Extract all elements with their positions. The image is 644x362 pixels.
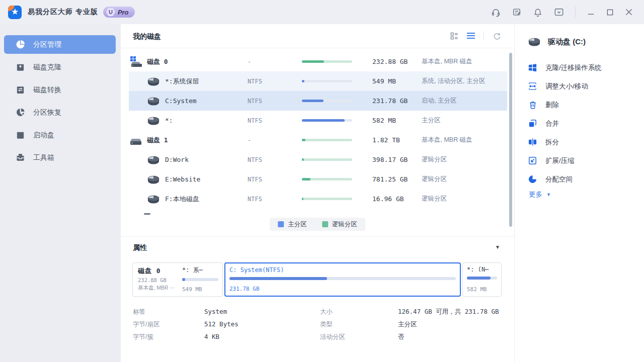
row-type: 主分区: [422, 111, 441, 130]
legend-swatch: [322, 221, 328, 227]
feedback-icon[interactable]: [512, 7, 522, 17]
fields-right-column: 大小126.47 GB 可用，共 231.78 GB类型主分区活动分区否: [320, 306, 507, 343]
op-item-6[interactable]: 分配空间: [528, 174, 573, 184]
dropdown-icon[interactable]: [554, 7, 564, 17]
op-item-label: 拆分: [545, 138, 559, 147]
op-item-0[interactable]: 克隆/迁移操作系统: [528, 63, 602, 72]
sidebar-item-label: 分区管理: [33, 40, 61, 49]
op-item-5[interactable]: 扩展/压缩: [528, 156, 575, 165]
refresh-icon[interactable]: [492, 31, 501, 40]
diskmap-block-0[interactable]: *: 系⋯549 MB: [178, 263, 222, 296]
left-sidebar: 分区管理磁盘克隆磁盘转换分区恢复启动盘工具箱: [0, 24, 121, 362]
op-item-4[interactable]: 拆分: [528, 137, 559, 147]
row-size: 231.78 GB: [372, 91, 408, 111]
disk-icon: [130, 135, 142, 146]
diskmap-disk-info[interactable]: 磁盘 0232.88 GB基本盘, MBR ⋯: [133, 263, 178, 296]
main-panel: 我的磁盘 磁盘 0-232.88 GB基本盘, MBR 磁盘*:系统保留NTFS…: [121, 24, 514, 362]
diskmap-block-1[interactable]: C: System(NTFS)231.78 GB: [224, 262, 461, 297]
block-size: 549 MB: [182, 286, 202, 293]
row-size: 398.17 GB: [372, 150, 408, 169]
field-value: 512 Bytes: [204, 320, 238, 328]
toolbox-icon: [15, 153, 25, 163]
collapse-arrow-icon[interactable]: ▼: [495, 244, 500, 250]
op-item-label: 合并: [545, 119, 559, 128]
block-size: 231.78 GB: [229, 286, 260, 292]
block-label: *: (N⋯: [467, 266, 497, 273]
maximize-button[interactable]: [606, 8, 614, 16]
row-type: 基本盘, MBR 磁盘: [422, 52, 472, 71]
allocate-space-icon: [528, 174, 537, 184]
row-name: E:Website: [165, 175, 200, 183]
disk-map: 磁盘 0232.88 GB基本盘, MBR ⋯*: 系⋯549 MBC: Sys…: [132, 262, 502, 297]
bell-icon[interactable]: [533, 7, 543, 17]
sidebar-item-5[interactable]: 工具箱: [4, 148, 116, 167]
usage-bar: [302, 178, 352, 180]
sidebar-item-4[interactable]: 启动盘: [4, 126, 116, 144]
table-row-*:[interactable]: *:NTFS582 MB主分区: [129, 111, 507, 130]
properties-divider: [121, 236, 514, 237]
row-name: *:系统保留: [165, 77, 199, 86]
disk-convert-icon: [15, 85, 25, 95]
windows-logo-icon: [528, 63, 537, 72]
sidebar-item-3[interactable]: 分区恢复: [4, 103, 116, 122]
legend-label: 主分区: [288, 220, 307, 229]
table-row-*:系统保留[interactable]: *:系统保留NTFS549 MB系统, 活动分区, 主分区: [129, 71, 507, 91]
table-row-E:Website[interactable]: E:WebsiteNTFS781.25 GB逻辑分区: [129, 169, 507, 189]
op-item-label: 删除: [545, 101, 559, 110]
extend-shrink-icon: [528, 156, 537, 165]
minimize-button[interactable]: [587, 8, 595, 16]
sidebar-item-0[interactable]: 分区管理: [4, 35, 116, 54]
legend-label: 逻辑分区: [332, 220, 357, 229]
sidebar-item-label: 工具箱: [33, 153, 54, 162]
usage-bar: [302, 119, 352, 122]
row-type: 基本盘, MBR 磁盘: [422, 130, 472, 150]
more-button[interactable]: 更多▼: [529, 190, 551, 199]
op-item-2[interactable]: 删除: [528, 100, 559, 110]
row-size: 1.82 TB: [372, 130, 400, 150]
property-field: 类型主分区: [320, 318, 507, 331]
row-type: 系统, 活动分区, 主分区: [422, 71, 485, 91]
list-view-icon[interactable]: [466, 31, 475, 40]
vertical-scrollbar[interactable]: [509, 53, 512, 227]
row-filesystem: NTFS: [248, 71, 262, 91]
row-name: 磁盘 1: [147, 136, 168, 145]
table-row-C:System[interactable]: C:SystemNTFS231.78 GB启动, 主分区: [129, 91, 507, 111]
close-button[interactable]: [625, 8, 633, 16]
table-row-F:本地磁盘[interactable]: F:本地磁盘NTFS16.96 GB逻辑分区: [129, 189, 507, 209]
table-row-D:Work[interactable]: D:WorkNTFS398.17 GB逻辑分区: [129, 150, 507, 169]
boot-disk-icon: [15, 130, 25, 140]
system-disk-icon: [130, 56, 142, 67]
op-item-1[interactable]: 调整大小/移动: [528, 81, 588, 91]
properties-title: 属性: [133, 243, 147, 252]
table-row-磁盘 1[interactable]: 磁盘 1-1.82 TB基本盘, MBR 磁盘: [129, 130, 507, 150]
pro-badge: U Pro: [103, 7, 135, 18]
op-item-3[interactable]: 合并: [528, 119, 559, 128]
resize-move-icon: [528, 81, 537, 91]
row-name: F:本地磁盘: [165, 195, 199, 204]
field-label: 活动分区: [320, 333, 345, 341]
grid-view-icon[interactable]: [449, 31, 458, 40]
field-value: 否: [398, 333, 405, 341]
sidebar-item-2[interactable]: 磁盘转换: [4, 80, 116, 99]
partition-icon: [147, 155, 160, 165]
app-title: 易我分区大师 专业版: [28, 8, 98, 17]
sidebar-item-1[interactable]: 磁盘克隆: [4, 58, 116, 76]
partition-recovery-icon: [15, 108, 25, 118]
partition-icon: [147, 96, 160, 106]
field-label: 字节/簇: [133, 333, 153, 341]
diskmap-block-2[interactable]: *: (N⋯582 MB: [463, 263, 501, 296]
property-field: 字节/扇区512 Bytes: [133, 318, 314, 331]
partially-scrolled-row: [144, 213, 150, 215]
row-name: D:Work: [165, 156, 189, 163]
sidebar-item-label: 磁盘克隆: [33, 63, 61, 72]
app-logo-icon: ★: [8, 6, 22, 19]
row-filesystem: NTFS: [248, 150, 262, 169]
property-field: 活动分区否: [320, 331, 507, 343]
row-filesystem: -: [248, 52, 251, 71]
headset-icon[interactable]: [491, 7, 501, 17]
row-size: 232.88 GB: [372, 52, 408, 71]
table-row-磁盘 0[interactable]: 磁盘 0-232.88 GB基本盘, MBR 磁盘: [129, 52, 507, 71]
chevron-down-icon: ▼: [546, 192, 551, 197]
fields-left-column: 标签System字节/扇区512 Bytes字节/簇4 KB: [133, 306, 314, 343]
property-field: 大小126.47 GB 可用，共 231.78 GB: [320, 306, 507, 318]
